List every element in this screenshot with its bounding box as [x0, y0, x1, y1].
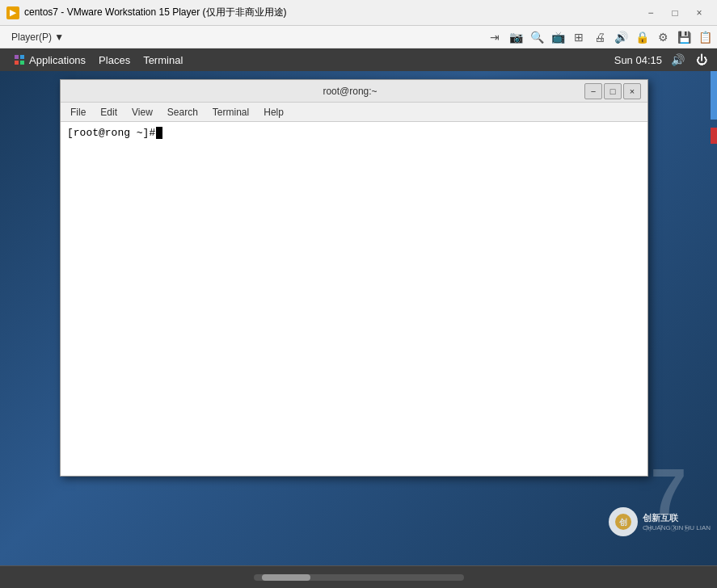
terminal-prompt-line: [root@rong ~]#: [67, 127, 641, 139]
vmware-tool2-icon[interactable]: 🔍: [528, 28, 546, 46]
terminal-close-button[interactable]: ×: [623, 83, 641, 99]
vmware-maximize-button[interactable]: □: [664, 3, 686, 23]
centos-topbar: Applications Places Terminal Sun 04:15 🔊…: [0, 48, 717, 71]
terminal-cursor: [156, 127, 162, 139]
terminal-menu-button[interactable]: Terminal: [137, 52, 189, 68]
vmware-tool1-icon[interactable]: 📷: [507, 28, 525, 46]
terminal-titlebar: root@rong:~ − □ ×: [61, 80, 647, 103]
vmware-tool4-icon[interactable]: ⊞: [570, 28, 588, 46]
vmware-title-controls: − □ ×: [639, 3, 711, 23]
centos-topbar-right: Sun 04:15 🔊 ⏻: [614, 51, 711, 69]
brand-svg-icon: 创: [614, 512, 633, 531]
branding-watermark: 创 创新互联 CHUANG XIN HU LIAN: [609, 507, 711, 536]
taskbar-scrollbar[interactable]: [254, 574, 464, 581]
terminal-help-menu[interactable]: Help: [257, 105, 290, 120]
terminal-view-menu[interactable]: View: [125, 105, 159, 120]
vmware-tool5-icon[interactable]: 🖨: [591, 28, 609, 46]
vmware-minimize-button[interactable]: −: [639, 3, 662, 23]
accent-blue-block: [711, 71, 717, 120]
terminal-file-menu[interactable]: File: [64, 105, 92, 120]
vmware-titlebar: ▶ centos7 - VMware Workstation 15 Player…: [0, 0, 717, 26]
terminal-title: root@rong:~: [116, 86, 584, 97]
svg-rect-2: [15, 61, 19, 65]
branding-pinyin-text: CHUANG XIN HU LIAN: [643, 524, 711, 531]
terminal-prompt-text: [root@rong ~]#: [67, 127, 155, 139]
centos-taskbar: [0, 565, 717, 588]
vmware-tool3-icon[interactable]: 📺: [549, 28, 567, 46]
branding-logo-icon: 创: [609, 507, 638, 536]
svg-rect-3: [20, 61, 24, 65]
vmware-tool8-icon[interactable]: ⚙: [654, 28, 672, 46]
vmware-close-button[interactable]: ×: [688, 3, 711, 23]
vmware-tool9-icon[interactable]: 💾: [675, 28, 693, 46]
terminal-edit-menu[interactable]: Edit: [94, 105, 124, 120]
terminal-content[interactable]: [root@rong ~]#: [61, 122, 647, 476]
volume-icon[interactable]: 🔊: [668, 51, 686, 69]
terminal-title-controls: − □ ×: [584, 83, 641, 99]
applications-menu-button[interactable]: Applications: [6, 52, 92, 68]
terminal-terminal-menu[interactable]: Terminal: [206, 105, 255, 120]
svg-text:创: 创: [618, 518, 627, 527]
branding-text-block: 创新互联 CHUANG XIN HU LIAN: [643, 512, 711, 531]
vmware-menubar: Player(P) ▼ ⇥ 📷 🔍 📺 ⊞ 🖨 🔊 🔒 ⚙ 💾 📋: [0, 26, 717, 48]
send-ctrl-alt-del-icon[interactable]: ⇥: [486, 28, 504, 46]
vmware-title-left: ▶ centos7 - VMware Workstation 15 Player…: [6, 6, 287, 19]
svg-rect-1: [20, 55, 24, 59]
terminal-window: root@rong:~ − □ × File Edit View Search …: [60, 79, 648, 477]
vmware-title-text: centos7 - VMware Workstation 15 Player (…: [24, 6, 287, 19]
vmware-tool6-icon[interactable]: 🔊: [612, 28, 630, 46]
desktop: 7 N T O S root@rong:~ − □ × File Edit Vi…: [0, 71, 717, 565]
terminal-menubar: File Edit View Search Terminal Help: [61, 103, 647, 122]
places-menu-button[interactable]: Places: [92, 52, 137, 68]
vmware-icon: ▶: [6, 6, 19, 19]
vmware-toolbar: ⇥ 📷 🔍 📺 ⊞ 🖨 🔊 🔒 ⚙ 💾 📋: [486, 28, 714, 46]
vmware-tool10-icon[interactable]: 📋: [696, 28, 714, 46]
terminal-maximize-button[interactable]: □: [604, 83, 622, 99]
centos-clock: Sun 04:15: [614, 54, 662, 66]
right-accent-bar: [711, 71, 717, 565]
svg-rect-0: [15, 55, 19, 59]
applications-label: Applications: [29, 54, 86, 66]
power-icon[interactable]: ⏻: [693, 51, 711, 69]
terminal-search-menu[interactable]: Search: [161, 105, 205, 120]
terminal-minimize-button[interactable]: −: [584, 83, 602, 99]
accent-red-block: [711, 128, 717, 144]
vmware-tool7-icon[interactable]: 🔒: [633, 28, 651, 46]
vmware-player-menu[interactable]: Player(P) ▼: [3, 29, 72, 45]
centos-logo-icon: [13, 53, 26, 66]
branding-chinese-text: 创新互联: [643, 512, 711, 524]
taskbar-scrollbar-thumb[interactable]: [262, 574, 310, 581]
